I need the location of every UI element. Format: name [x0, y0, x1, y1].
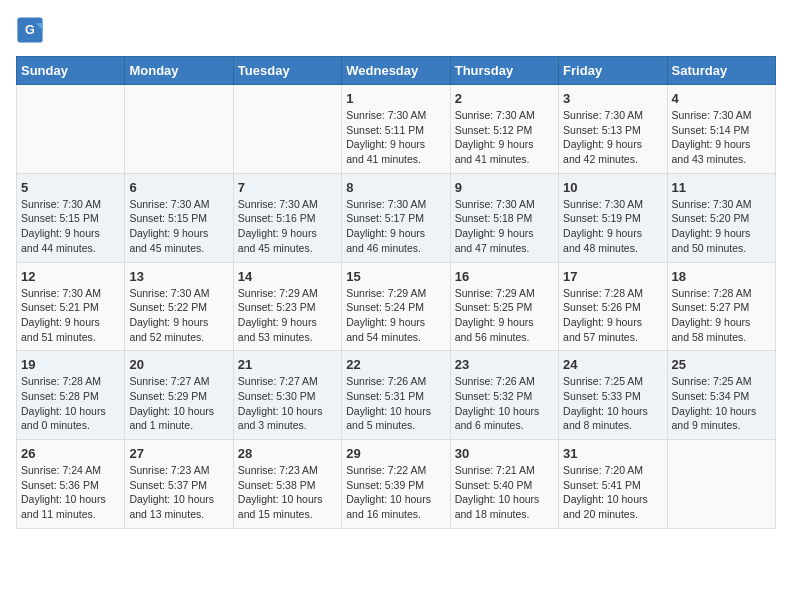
day-number: 28 — [238, 446, 337, 461]
weekday-header-monday: Monday — [125, 57, 233, 85]
day-number: 11 — [672, 180, 771, 195]
day-number: 10 — [563, 180, 662, 195]
day-number: 30 — [455, 446, 554, 461]
day-info: Sunrise: 7:30 AM Sunset: 5:13 PM Dayligh… — [563, 108, 662, 167]
day-info: Sunrise: 7:30 AM Sunset: 5:11 PM Dayligh… — [346, 108, 445, 167]
calendar-cell: 4Sunrise: 7:30 AM Sunset: 5:14 PM Daylig… — [667, 85, 775, 174]
calendar-cell: 22Sunrise: 7:26 AM Sunset: 5:31 PM Dayli… — [342, 351, 450, 440]
calendar-cell: 29Sunrise: 7:22 AM Sunset: 5:39 PM Dayli… — [342, 440, 450, 529]
calendar-cell: 13Sunrise: 7:30 AM Sunset: 5:22 PM Dayli… — [125, 262, 233, 351]
day-info: Sunrise: 7:30 AM Sunset: 5:17 PM Dayligh… — [346, 197, 445, 256]
calendar-cell: 30Sunrise: 7:21 AM Sunset: 5:40 PM Dayli… — [450, 440, 558, 529]
page-header: G — [16, 16, 776, 44]
day-number: 12 — [21, 269, 120, 284]
weekday-header-wednesday: Wednesday — [342, 57, 450, 85]
weekday-header-thursday: Thursday — [450, 57, 558, 85]
calendar-cell: 16Sunrise: 7:29 AM Sunset: 5:25 PM Dayli… — [450, 262, 558, 351]
day-info: Sunrise: 7:30 AM Sunset: 5:12 PM Dayligh… — [455, 108, 554, 167]
day-info: Sunrise: 7:30 AM Sunset: 5:22 PM Dayligh… — [129, 286, 228, 345]
day-info: Sunrise: 7:30 AM Sunset: 5:21 PM Dayligh… — [21, 286, 120, 345]
week-row-1: 1Sunrise: 7:30 AM Sunset: 5:11 PM Daylig… — [17, 85, 776, 174]
day-number: 6 — [129, 180, 228, 195]
day-info: Sunrise: 7:27 AM Sunset: 5:29 PM Dayligh… — [129, 374, 228, 433]
day-info: Sunrise: 7:30 AM Sunset: 5:14 PM Dayligh… — [672, 108, 771, 167]
calendar-cell: 15Sunrise: 7:29 AM Sunset: 5:24 PM Dayli… — [342, 262, 450, 351]
logo-icon: G — [16, 16, 44, 44]
day-number: 14 — [238, 269, 337, 284]
day-number: 4 — [672, 91, 771, 106]
svg-text:G: G — [25, 23, 35, 37]
week-row-5: 26Sunrise: 7:24 AM Sunset: 5:36 PM Dayli… — [17, 440, 776, 529]
day-info: Sunrise: 7:28 AM Sunset: 5:28 PM Dayligh… — [21, 374, 120, 433]
calendar-cell: 21Sunrise: 7:27 AM Sunset: 5:30 PM Dayli… — [233, 351, 341, 440]
day-info: Sunrise: 7:25 AM Sunset: 5:33 PM Dayligh… — [563, 374, 662, 433]
day-number: 5 — [21, 180, 120, 195]
day-info: Sunrise: 7:30 AM Sunset: 5:15 PM Dayligh… — [129, 197, 228, 256]
day-info: Sunrise: 7:25 AM Sunset: 5:34 PM Dayligh… — [672, 374, 771, 433]
day-number: 16 — [455, 269, 554, 284]
day-number: 25 — [672, 357, 771, 372]
calendar-cell — [233, 85, 341, 174]
day-info: Sunrise: 7:21 AM Sunset: 5:40 PM Dayligh… — [455, 463, 554, 522]
day-number: 22 — [346, 357, 445, 372]
calendar-cell: 28Sunrise: 7:23 AM Sunset: 5:38 PM Dayli… — [233, 440, 341, 529]
day-info: Sunrise: 7:28 AM Sunset: 5:26 PM Dayligh… — [563, 286, 662, 345]
calendar-cell: 5Sunrise: 7:30 AM Sunset: 5:15 PM Daylig… — [17, 173, 125, 262]
day-info: Sunrise: 7:26 AM Sunset: 5:32 PM Dayligh… — [455, 374, 554, 433]
day-number: 15 — [346, 269, 445, 284]
day-number: 19 — [21, 357, 120, 372]
day-info: Sunrise: 7:29 AM Sunset: 5:24 PM Dayligh… — [346, 286, 445, 345]
calendar-cell: 8Sunrise: 7:30 AM Sunset: 5:17 PM Daylig… — [342, 173, 450, 262]
day-info: Sunrise: 7:30 AM Sunset: 5:20 PM Dayligh… — [672, 197, 771, 256]
day-number: 26 — [21, 446, 120, 461]
calendar-table: SundayMondayTuesdayWednesdayThursdayFrid… — [16, 56, 776, 529]
day-info: Sunrise: 7:29 AM Sunset: 5:23 PM Dayligh… — [238, 286, 337, 345]
day-number: 7 — [238, 180, 337, 195]
day-number: 13 — [129, 269, 228, 284]
day-info: Sunrise: 7:29 AM Sunset: 5:25 PM Dayligh… — [455, 286, 554, 345]
day-info: Sunrise: 7:30 AM Sunset: 5:18 PM Dayligh… — [455, 197, 554, 256]
calendar-cell — [17, 85, 125, 174]
day-number: 29 — [346, 446, 445, 461]
calendar-cell: 23Sunrise: 7:26 AM Sunset: 5:32 PM Dayli… — [450, 351, 558, 440]
day-info: Sunrise: 7:30 AM Sunset: 5:16 PM Dayligh… — [238, 197, 337, 256]
calendar-cell: 18Sunrise: 7:28 AM Sunset: 5:27 PM Dayli… — [667, 262, 775, 351]
weekday-header-friday: Friday — [559, 57, 667, 85]
logo: G — [16, 16, 48, 44]
calendar-cell: 31Sunrise: 7:20 AM Sunset: 5:41 PM Dayli… — [559, 440, 667, 529]
day-number: 1 — [346, 91, 445, 106]
day-number: 27 — [129, 446, 228, 461]
calendar-cell: 17Sunrise: 7:28 AM Sunset: 5:26 PM Dayli… — [559, 262, 667, 351]
calendar-cell: 27Sunrise: 7:23 AM Sunset: 5:37 PM Dayli… — [125, 440, 233, 529]
calendar-cell — [667, 440, 775, 529]
day-info: Sunrise: 7:27 AM Sunset: 5:30 PM Dayligh… — [238, 374, 337, 433]
day-info: Sunrise: 7:24 AM Sunset: 5:36 PM Dayligh… — [21, 463, 120, 522]
day-info: Sunrise: 7:23 AM Sunset: 5:38 PM Dayligh… — [238, 463, 337, 522]
day-number: 24 — [563, 357, 662, 372]
day-number: 17 — [563, 269, 662, 284]
calendar-cell: 3Sunrise: 7:30 AM Sunset: 5:13 PM Daylig… — [559, 85, 667, 174]
calendar-cell: 19Sunrise: 7:28 AM Sunset: 5:28 PM Dayli… — [17, 351, 125, 440]
calendar-cell: 14Sunrise: 7:29 AM Sunset: 5:23 PM Dayli… — [233, 262, 341, 351]
calendar-cell: 9Sunrise: 7:30 AM Sunset: 5:18 PM Daylig… — [450, 173, 558, 262]
weekday-header-row: SundayMondayTuesdayWednesdayThursdayFrid… — [17, 57, 776, 85]
week-row-4: 19Sunrise: 7:28 AM Sunset: 5:28 PM Dayli… — [17, 351, 776, 440]
day-info: Sunrise: 7:28 AM Sunset: 5:27 PM Dayligh… — [672, 286, 771, 345]
weekday-header-tuesday: Tuesday — [233, 57, 341, 85]
weekday-header-sunday: Sunday — [17, 57, 125, 85]
calendar-cell: 24Sunrise: 7:25 AM Sunset: 5:33 PM Dayli… — [559, 351, 667, 440]
calendar-cell — [125, 85, 233, 174]
day-number: 23 — [455, 357, 554, 372]
day-number: 21 — [238, 357, 337, 372]
weekday-header-saturday: Saturday — [667, 57, 775, 85]
calendar-cell: 11Sunrise: 7:30 AM Sunset: 5:20 PM Dayli… — [667, 173, 775, 262]
day-number: 20 — [129, 357, 228, 372]
calendar-cell: 12Sunrise: 7:30 AM Sunset: 5:21 PM Dayli… — [17, 262, 125, 351]
day-info: Sunrise: 7:30 AM Sunset: 5:19 PM Dayligh… — [563, 197, 662, 256]
week-row-3: 12Sunrise: 7:30 AM Sunset: 5:21 PM Dayli… — [17, 262, 776, 351]
day-info: Sunrise: 7:30 AM Sunset: 5:15 PM Dayligh… — [21, 197, 120, 256]
day-number: 8 — [346, 180, 445, 195]
calendar-cell: 6Sunrise: 7:30 AM Sunset: 5:15 PM Daylig… — [125, 173, 233, 262]
day-number: 3 — [563, 91, 662, 106]
day-number: 2 — [455, 91, 554, 106]
